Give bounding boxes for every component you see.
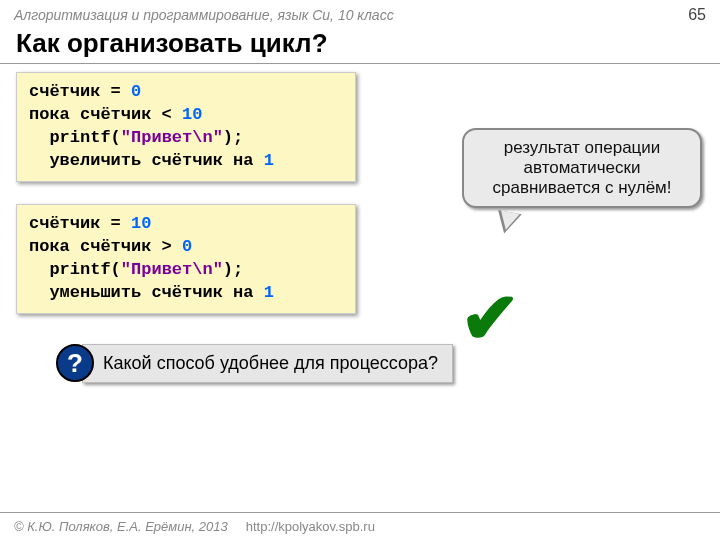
code-string: "Привет\n" [121, 128, 223, 147]
code-block-decrement: счётчик = 10 пока счётчик > 0 printf("Пр… [16, 204, 356, 314]
course-label: Алгоритмизация и программирование, язык … [14, 7, 394, 23]
question-row: ? Какой способ удобнее для процессора? [56, 344, 704, 383]
code-text: printf( [29, 128, 121, 147]
callout-bubble: результат операции автоматически сравнив… [462, 128, 702, 208]
code-text: ); [223, 260, 243, 279]
code-text: счётчик = [29, 82, 131, 101]
code-text: пока счётчик > [29, 237, 182, 256]
code-number: 0 [131, 82, 141, 101]
code-text: пока счётчик < [29, 105, 182, 124]
code-number: 1 [264, 151, 274, 170]
slide-content: счётчик = 0 пока счётчик < 10 printf("Пр… [0, 72, 720, 383]
code-text: printf( [29, 260, 121, 279]
callout-text: результат операции автоматически сравнив… [492, 138, 671, 197]
code-text: ); [223, 128, 243, 147]
title-divider [0, 63, 720, 64]
code-string: "Привет\n" [121, 260, 223, 279]
code-number: 10 [131, 214, 151, 233]
footer-url: http://kpolyakov.spb.ru [246, 519, 375, 534]
code-block-increment: счётчик = 0 пока счётчик < 10 printf("Пр… [16, 72, 356, 182]
code-number: 10 [182, 105, 202, 124]
footer-authors: © К.Ю. Поляков, Е.А. Ерёмин, 2013 [14, 519, 228, 534]
code-number: 1 [264, 283, 274, 302]
code-number: 0 [182, 237, 192, 256]
slide-footer: © К.Ю. Поляков, Е.А. Ерёмин, 2013 http:/… [0, 512, 720, 540]
question-icon: ? [56, 344, 94, 382]
code-text: увеличить счётчик на [29, 151, 264, 170]
callout-tail [494, 210, 521, 236]
question-box: Какой способ удобнее для процессора? [82, 344, 453, 383]
page-number: 65 [688, 6, 706, 24]
slide-header: Алгоритмизация и программирование, язык … [0, 0, 720, 26]
code-text: счётчик = [29, 214, 131, 233]
question-text: Какой способ удобнее для процессора? [103, 353, 438, 373]
code-text: уменьшить счётчик на [29, 283, 264, 302]
slide-title: Как организовать цикл? [0, 26, 720, 63]
